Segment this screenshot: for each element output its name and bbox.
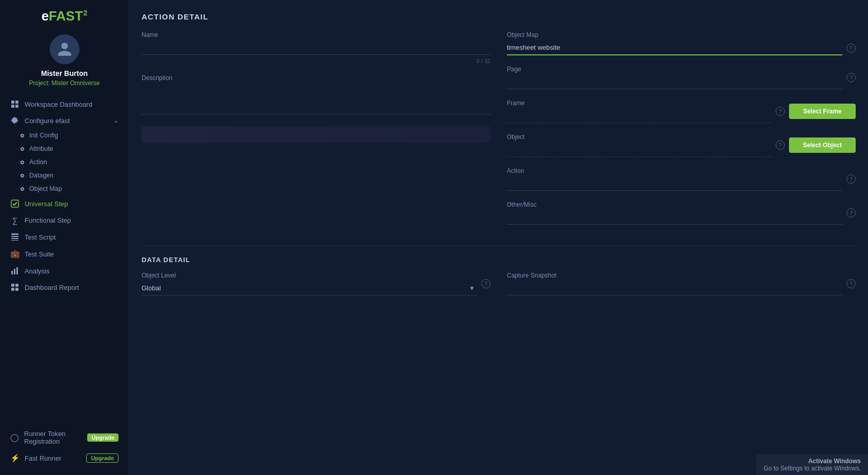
object-map-field: Object Map ? xyxy=(507,31,856,55)
data-detail-form: Object Level Global Local Shared ▼ ? xyxy=(142,272,856,306)
capture-snapshot-help-icon[interactable]: ? xyxy=(846,279,856,288)
svg-rect-15 xyxy=(15,288,18,291)
logo-text: eFAST2 xyxy=(42,8,88,24)
sidebar-item-analysis[interactable]: Analysis xyxy=(4,263,125,279)
description-input[interactable] xyxy=(142,84,490,114)
action-field-row: Action ? xyxy=(507,167,856,191)
sidebar-item-label: Datagen xyxy=(29,172,53,179)
section-divider xyxy=(142,245,856,246)
data-left-col: Object Level Global Local Shared ▼ ? xyxy=(142,272,490,306)
page-label: Page xyxy=(507,66,842,73)
nav-bottom: ◯ Runner Token Registration Upgrade ⚡ Fa… xyxy=(0,426,129,475)
sidebar-item-fast-runner[interactable]: ⚡ Fast Runner Upgrade xyxy=(4,449,125,467)
page-help-icon[interactable]: ? xyxy=(846,73,856,82)
data-detail-title: DATA DETAIL xyxy=(142,256,856,264)
action-input[interactable] xyxy=(507,176,842,191)
main-content: ACTION DETAIL Name 0 / 32 Description xyxy=(129,0,868,475)
sidebar-item-label: Test Suite xyxy=(25,250,54,258)
checkbox-icon xyxy=(10,200,19,208)
action-field-label: Action xyxy=(507,167,842,174)
name-field: Name 0 / 32 xyxy=(142,31,490,55)
svg-rect-4 xyxy=(11,200,18,207)
data-detail-section: DATA DETAIL Object Level Global Local Sh… xyxy=(142,256,856,306)
sidebar-item-label: Init Config xyxy=(29,132,58,139)
object-map-input[interactable] xyxy=(507,41,842,55)
object-level-field: Object Level Global Local Shared ▼ xyxy=(142,272,477,295)
description-field: Description xyxy=(142,74,490,116)
dot-icon xyxy=(21,187,24,191)
sidebar-item-object-map[interactable]: Object Map xyxy=(14,182,125,195)
other-misc-help-icon[interactable]: ? xyxy=(846,208,856,217)
logo-superscript: 2 xyxy=(84,9,88,17)
avatar xyxy=(50,34,80,64)
sidebar-item-functional-step[interactable]: ∑ Functional Step xyxy=(4,212,125,229)
sidebar-item-label: Configure efast xyxy=(25,117,70,125)
svg-rect-1 xyxy=(15,101,18,104)
sidebar-item-action[interactable]: Action xyxy=(14,155,125,169)
other-misc-field-row: Other/Misc ? xyxy=(507,201,856,225)
action-detail-form: Name 0 / 32 Description Object Ma xyxy=(142,31,856,235)
project-name: Project: Mister Omniverse xyxy=(29,80,100,87)
sidebar-item-label: Workspace Dashboard xyxy=(25,101,92,108)
token-icon: ◯ xyxy=(10,433,19,442)
sidebar: eFAST2 Mister Burton Project: Mister Omn… xyxy=(0,0,129,475)
svg-rect-14 xyxy=(11,288,14,291)
other-misc-input[interactable] xyxy=(507,210,842,225)
page-input[interactable] xyxy=(507,75,842,89)
object-help-icon[interactable]: ? xyxy=(776,141,785,150)
data-right-col: Capture Snapshot ? xyxy=(507,272,856,306)
sidebar-item-runner-token[interactable]: ◯ Runner Token Registration Upgrade xyxy=(4,426,125,449)
gear-icon xyxy=(10,116,19,125)
grid-small-icon xyxy=(10,283,19,291)
sidebar-item-datagen[interactable]: Datagen xyxy=(14,169,125,182)
sidebar-item-label: Attribute xyxy=(29,145,53,152)
sigma-icon: ∑ xyxy=(10,216,19,225)
sidebar-item-init-config[interactable]: Init Config xyxy=(14,129,125,142)
svg-rect-0 xyxy=(11,101,14,104)
svg-rect-5 xyxy=(11,233,18,235)
capture-snapshot-row: Capture Snapshot ? xyxy=(507,272,856,295)
name-input[interactable] xyxy=(142,41,490,55)
object-label: Object xyxy=(507,133,772,141)
action-help-icon[interactable]: ? xyxy=(846,174,856,184)
sidebar-item-label: Analysis xyxy=(25,267,49,275)
sidebar-item-universal-step[interactable]: Universal Step xyxy=(4,195,125,212)
sidebar-item-label: Action xyxy=(29,159,47,166)
svg-rect-11 xyxy=(16,267,18,274)
object-input[interactable] xyxy=(507,143,772,157)
nav-sub-configure: Init Config Attribute Action Datagen Obj… xyxy=(4,129,125,195)
frame-help-icon[interactable]: ? xyxy=(776,107,785,116)
sidebar-item-attribute[interactable]: Attribute xyxy=(14,142,125,155)
sidebar-item-label: Functional Step xyxy=(25,216,71,224)
sidebar-item-test-script[interactable]: Test Script xyxy=(4,229,125,245)
sidebar-item-configure-efast[interactable]: Configure efast ⌄ xyxy=(4,112,125,129)
page-field-row: Page ? xyxy=(507,66,856,89)
dot-icon xyxy=(21,174,24,177)
left-col: Name 0 / 32 Description xyxy=(142,31,490,235)
upgrade-badge-runner-token[interactable]: Upgrade xyxy=(87,433,119,442)
frame-label: Frame xyxy=(507,100,772,107)
sidebar-item-test-suite[interactable]: 💼 Test Suite xyxy=(4,245,125,263)
blurred-content xyxy=(142,126,490,143)
object-field-row: Object ? Select Object xyxy=(507,133,856,157)
object-level-select[interactable]: Global Local Shared xyxy=(142,281,477,295)
select-object-button[interactable]: Select Object xyxy=(789,137,856,153)
upgrade-badge-fast-runner[interactable]: Upgrade xyxy=(86,453,119,463)
other-misc-field: Other/Misc xyxy=(507,201,842,225)
object-map-help-icon[interactable]: ? xyxy=(846,44,856,53)
capture-snapshot-input[interactable] xyxy=(507,281,842,295)
windows-activate-banner: Activate Windows Go to Settings to activ… xyxy=(757,454,868,475)
frame-input[interactable] xyxy=(507,109,772,123)
action-detail-section: ACTION DETAIL Name 0 / 32 Description xyxy=(142,12,856,235)
svg-rect-10 xyxy=(14,269,15,274)
sidebar-item-dashboard-report[interactable]: Dashboard Report xyxy=(4,279,125,295)
svg-rect-13 xyxy=(15,284,18,287)
select-frame-button[interactable]: Select Frame xyxy=(789,104,856,119)
page-field: Page xyxy=(507,66,842,89)
sidebar-item-workspace-dashboard[interactable]: Workspace Dashboard xyxy=(4,96,125,112)
chevron-down-icon: ⌄ xyxy=(113,117,119,124)
svg-rect-7 xyxy=(11,238,18,239)
object-level-help-icon[interactable]: ? xyxy=(481,279,490,288)
action-detail-title: ACTION DETAIL xyxy=(142,12,856,21)
sidebar-item-label: Dashboard Report xyxy=(25,284,79,291)
